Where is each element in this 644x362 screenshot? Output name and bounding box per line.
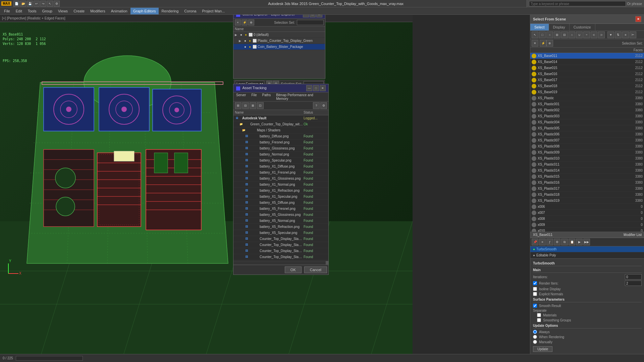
mod-tb-paste[interactable]: 📋 <box>569 239 575 245</box>
panel-tb-filter[interactable]: ▼ <box>607 32 614 38</box>
toolbar-btn-save[interactable]: 💾 <box>27 1 33 7</box>
mod-tb-right2[interactable]: ▶▶ <box>583 239 590 245</box>
object-row[interactable]: XS_Plastic0173380 <box>530 186 644 192</box>
object-row[interactable]: x0070 <box>530 210 644 216</box>
asset-row[interactable]: 🖼battery_X1_Specular.pngFound <box>233 194 328 200</box>
asset-tb-btn-2[interactable]: ⊟ <box>242 102 249 109</box>
asset-row[interactable]: 🖼Counter_Top_Display_Stand_Mokup_03_N...… <box>233 254 328 260</box>
panel-tb-group-toggle[interactable]: ≡ <box>622 32 629 38</box>
object-row[interactable]: XS_Plastic0013380 <box>530 101 644 107</box>
search-input[interactable] <box>529 1 626 6</box>
asset-row[interactable]: 🖼battery_Specular.pngFound <box>233 158 328 164</box>
mod-tb-right1[interactable]: ▶ <box>576 239 583 245</box>
object-row[interactable]: XS_Plastic0063380 <box>530 131 644 137</box>
object-row[interactable]: XS_Plastic0113380 <box>530 162 644 168</box>
asset-row[interactable]: 🖼battery_X1_Normal.pngFound <box>233 182 328 188</box>
object-row[interactable]: XS_Plastic0143380 <box>530 168 644 174</box>
object-row[interactable]: XS_Plastic0043380 <box>530 119 644 125</box>
object-row[interactable]: XS_Plastic0103380 <box>530 156 644 162</box>
layer-row-plastic[interactable]: ▶ ● ● ⬜ Plastic_Counter_Top_Display_Gree… <box>233 38 325 44</box>
panel-tb-hierarchy[interactable]: ⊢ <box>630 32 636 38</box>
asset-menu-paths[interactable]: Paths <box>260 93 274 101</box>
menu-corona[interactable]: Corona <box>181 8 199 14</box>
panel-tb-1[interactable]: ↖ <box>532 32 538 38</box>
modifier-turbosmooth[interactable]: ● TurboSmooth <box>530 246 644 252</box>
asset-tb-btn-6[interactable]: ⚙ <box>320 102 327 109</box>
smooth-result-checkbox[interactable] <box>533 304 537 308</box>
asset-restore-btn[interactable]: □ <box>313 85 319 91</box>
asset-row[interactable]: 🖼battery_Glossiness.pngFound <box>233 145 328 152</box>
object-row[interactable]: XS_Plastic0193380 <box>530 198 644 204</box>
object-row[interactable]: XS_Base0112112 <box>530 53 644 59</box>
asset-row[interactable]: 🖼battery_X5_Fresnel.pngFound <box>233 206 328 212</box>
object-list[interactable]: XS_Base0112112XS_Base0142112XS_Base01521… <box>530 53 644 232</box>
asset-menu-bitmap[interactable]: Bitmap Performance and Memory <box>273 93 328 101</box>
object-row[interactable]: XS_Base0192112 <box>530 89 644 95</box>
asset-cancel-btn[interactable]: Cancel <box>304 266 327 273</box>
smoothing-groups-checkbox[interactable] <box>537 318 541 322</box>
asset-tb-btn-3[interactable]: ⊠ <box>250 102 256 109</box>
panel-tb-2[interactable]: □ <box>539 32 546 38</box>
tab-display[interactable]: Display <box>549 24 570 31</box>
asset-row[interactable]: 🖼battery_X1_Fresnel.pngFound <box>233 170 328 176</box>
asset-row[interactable]: 🖼Counter_Top_Display_Stand_Mokup_03_Fr..… <box>233 242 328 248</box>
panel-tb-6[interactable]: ∩ <box>569 32 575 38</box>
object-row[interactable]: x0090 <box>530 222 644 228</box>
menu-edit[interactable]: Edit <box>13 8 25 14</box>
asset-row[interactable]: 🖼battery_X1_Diffuse.pngFound <box>233 164 328 170</box>
tab-select[interactable]: Select <box>530 24 549 31</box>
object-row[interactable]: XS_Plastic0183380 <box>530 192 644 198</box>
layer-tb-btn-1[interactable]: × <box>235 19 241 25</box>
when-rendering-radio[interactable] <box>533 335 537 339</box>
object-row[interactable]: XS_Plastic0153380 <box>530 174 644 180</box>
toolbar-btn-open[interactable]: 📂 <box>20 1 26 7</box>
explicit-normals-checkbox[interactable] <box>533 292 537 296</box>
materials-checkbox[interactable] <box>537 313 541 317</box>
object-row[interactable]: x0060 <box>530 204 644 210</box>
object-row[interactable]: XS_Plastic0163380 <box>530 180 644 186</box>
asset-row[interactable]: 🖼battery_X1_Glossiness.pngFound <box>233 176 328 182</box>
tab-customize[interactable]: Customize <box>570 24 595 31</box>
panel-search-btn-2[interactable]: ⊕ <box>546 40 553 47</box>
asset-tb-btn-5[interactable]: ? <box>313 102 320 109</box>
asset-row[interactable]: 🖼battery_X5_Glossiness.pngFound <box>233 212 328 218</box>
asset-row[interactable]: 🖼Counter_Top_Display_Stand_Mokup_03_Gl..… <box>233 248 328 254</box>
asset-tb-btn-4[interactable]: ⊡ <box>257 102 264 109</box>
panel-tb-4[interactable]: ⊞ <box>554 32 560 38</box>
menu-views[interactable]: Views <box>55 8 70 14</box>
layer-tb-btn-3[interactable]: ⊕ <box>248 19 254 25</box>
mod-tb-pin[interactable]: 📌 <box>532 239 538 245</box>
mod-tb-func[interactable]: ƒ <box>546 239 553 245</box>
object-row[interactable]: XS_Base0172112 <box>530 77 644 83</box>
asset-row[interactable]: 🖼battery_X5_Specular.pngFound <box>233 230 328 236</box>
asset-row[interactable]: 🖼battery_Normal.pngFound <box>233 152 328 158</box>
panel-close-search-btn[interactable]: ✕ <box>532 40 538 47</box>
asset-row[interactable]: 🖼battery_X1_Refraction.pngFound <box>233 188 328 194</box>
asset-row[interactable]: 🖼battery_X5_Diffuse.pngFound <box>233 200 328 206</box>
selection-set-input[interactable] <box>297 20 324 25</box>
toolbar-btn-undo[interactable]: ↩ <box>34 1 40 7</box>
asset-row[interactable]: 🖼battery_Diffuse.pngFound <box>233 133 328 139</box>
object-row[interactable]: XS_Plastic0073380 <box>530 137 644 143</box>
select-from-scene-close-btn[interactable]: ✕ <box>635 16 641 22</box>
object-row[interactable]: XS_Plastic3380 <box>530 95 644 101</box>
panel-tb-7[interactable]: ∪ <box>576 32 583 38</box>
render-iters-checkbox[interactable] <box>533 281 537 285</box>
asset-row[interactable]: 🖼battery_X5_Normal.pngFound <box>233 218 328 224</box>
object-row[interactable]: XS_Base0142112 <box>530 59 644 65</box>
object-row[interactable]: XS_Base0182112 <box>530 83 644 89</box>
panel-tb-5[interactable]: ⊟ <box>561 32 568 38</box>
toolbar-btn-redo[interactable]: ↪ <box>40 1 46 7</box>
panel-tb-8[interactable]: ÷ <box>583 32 590 38</box>
menu-project[interactable]: Project Man... <box>199 8 227 14</box>
panel-tb-9[interactable]: ⊂ <box>591 32 597 38</box>
toolbar-btn-select[interactable]: ↖ <box>47 1 53 7</box>
object-row[interactable]: x0100 <box>530 228 644 232</box>
asset-row[interactable]: 🖼battery_X5_Refraction.pngFound <box>233 224 328 230</box>
timeline-bar[interactable] <box>16 356 83 361</box>
object-row[interactable]: XS_Plastic0053380 <box>530 125 644 131</box>
menu-create[interactable]: Create <box>71 8 87 14</box>
menu-tools[interactable]: Tools <box>25 8 39 14</box>
object-row[interactable]: XS_Plastic0083380 <box>530 143 644 149</box>
manually-radio[interactable] <box>533 340 537 344</box>
